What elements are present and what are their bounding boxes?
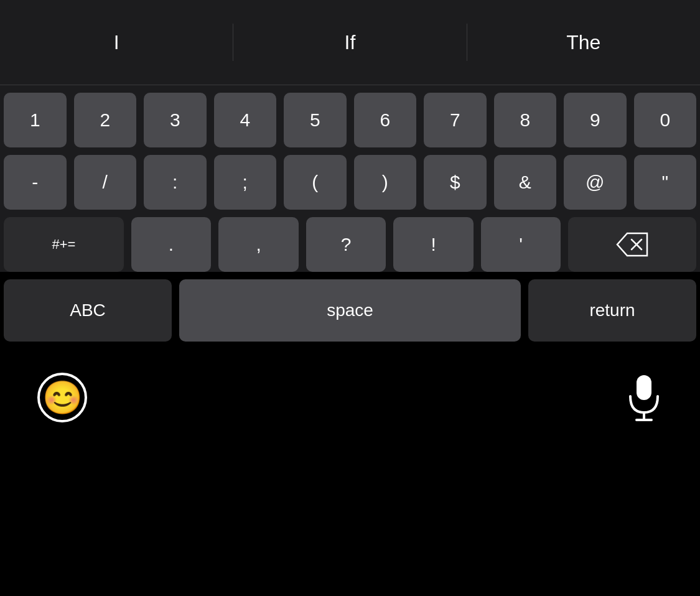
key-2[interactable]: 2 xyxy=(74,93,137,147)
key-abc[interactable]: ABC xyxy=(4,279,172,342)
emoji-button[interactable]: 😊 xyxy=(37,373,87,422)
key-8[interactable]: 8 xyxy=(494,93,557,147)
key-at[interactable]: @ xyxy=(564,155,627,210)
key-quote[interactable]: " xyxy=(634,155,697,210)
key-period[interactable]: . xyxy=(131,217,212,272)
key-return[interactable]: return xyxy=(528,279,696,342)
key-9[interactable]: 9 xyxy=(564,93,627,147)
key-ampersand[interactable]: & xyxy=(494,155,557,210)
suggestions-bar: I If The xyxy=(0,0,700,85)
key-symbol-toggle[interactable]: #+= xyxy=(4,217,124,272)
number-row: 1 2 3 4 5 6 7 8 9 0 xyxy=(4,93,696,147)
key-dollar[interactable]: $ xyxy=(424,155,487,210)
special-row: #+= . , ? ! ' xyxy=(4,217,696,272)
key-0[interactable]: 0 xyxy=(634,93,697,147)
key-backspace[interactable] xyxy=(568,217,696,272)
microphone-icon xyxy=(625,373,663,422)
key-space[interactable]: space xyxy=(179,279,521,342)
key-1[interactable]: 1 xyxy=(4,93,67,147)
key-6[interactable]: 6 xyxy=(354,93,417,147)
key-comma[interactable]: , xyxy=(218,217,299,272)
key-exclamation[interactable]: ! xyxy=(393,217,474,272)
toolbar-row: 😊 xyxy=(0,348,700,447)
emoji-icon: 😊 xyxy=(42,381,83,414)
keyboard: 1 2 3 4 5 6 7 8 9 0 - / : ; ( ) $ & @ " … xyxy=(0,85,700,272)
key-5[interactable]: 5 xyxy=(284,93,347,147)
key-3[interactable]: 3 xyxy=(144,93,207,147)
key-semicolon[interactable]: ; xyxy=(214,155,277,210)
suggestion-If[interactable]: If xyxy=(233,0,466,85)
mic-button[interactable] xyxy=(625,373,663,422)
key-open-paren[interactable]: ( xyxy=(284,155,347,210)
backspace-icon xyxy=(615,231,650,258)
key-apostrophe[interactable]: ' xyxy=(481,217,561,272)
bottom-row: ABC space return xyxy=(0,279,700,342)
key-dash[interactable]: - xyxy=(4,155,67,210)
key-7[interactable]: 7 xyxy=(424,93,487,147)
suggestion-I[interactable]: I xyxy=(0,0,233,85)
symbol-row: - / : ; ( ) $ & @ " xyxy=(4,155,696,210)
key-colon[interactable]: : xyxy=(144,155,207,210)
key-question[interactable]: ? xyxy=(306,217,386,272)
key-4[interactable]: 4 xyxy=(214,93,277,147)
suggestion-The[interactable]: The xyxy=(467,0,700,85)
key-slash[interactable]: / xyxy=(74,155,137,210)
svg-rect-2 xyxy=(637,375,651,400)
key-close-paren[interactable]: ) xyxy=(354,155,417,210)
